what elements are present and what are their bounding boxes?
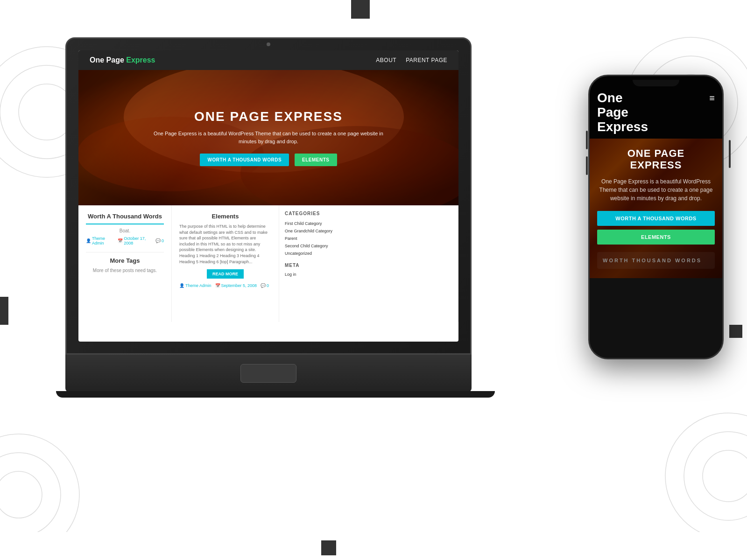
square-bottom-decoration [321,540,336,555]
logo-express: Express [126,56,155,64]
laptop-webcam [267,42,270,46]
phone-hero-content: ONE PAGEEXPRESS One Page Express is a be… [597,148,715,244]
comment-icon-2: 💬 [261,283,266,288]
hero-content: ONE PAGE EXPRESS One Page Express is a b… [133,109,404,166]
square-right-decoration [729,325,742,338]
laptop-hero: ONE PAGE EXPRESS One Page Express is a b… [78,70,458,205]
hero-title: ONE PAGE EXPRESS [152,109,385,124]
nav-parent-page[interactable]: PARENT PAGE [406,57,447,63]
more-tags-desc: More of these posts need tags. [86,268,164,273]
post-card-elements: Elements The purpose of this HTML is to … [172,205,279,322]
meta-login[interactable]: Log in [285,271,452,278]
phone-hero: ONE PAGEEXPRESS One Page Express is a be… [590,139,722,278]
worth-thousand-words-button[interactable]: WORTH A THOUSAND WORDS [200,154,289,166]
read-more-button[interactable]: READ MORE [207,269,244,279]
post-card-worth-thousand-words: Worth A Thousand Words Boat. 👤 Theme Adm… [78,205,172,322]
laptop-nav-links: ABOUT PARENT PAGE [376,57,447,63]
svg-point-7 [0,453,61,532]
person-icon-2: 👤 [179,283,184,288]
phone-device: One Page Express ≡ ONE PAGEEXPRESS One P… [588,75,728,364]
laptop-content-area: Worth A Thousand Words Boat. 👤 Theme Adm… [78,205,458,322]
post1-date: 📅 October 17, 2008 [118,236,152,245]
svg-point-6 [0,471,42,518]
phone-hero-subtitle: One Page Express is a beautiful WordPres… [597,177,715,203]
hero-subtitle: One Page Express is a beautiful WordPres… [152,130,385,145]
laptop-screen: One Page Express ABOUT PARENT PAGE [78,50,458,342]
hamburger-menu-icon[interactable]: ≡ [709,93,715,104]
post2-author: 👤 Theme Admin [179,283,211,288]
laptop-body: One Page Express ABOUT PARENT PAGE [65,37,472,355]
calendar-icon-2: 📅 [215,283,220,288]
laptop-base [65,355,472,392]
laptop-site-nav: One Page Express ABOUT PARENT PAGE [78,50,458,70]
phone-worth-thousand-words-button[interactable]: WORTH A THOUSAND WORDS [597,211,715,226]
post1-meta: 👤 Theme Admin 📅 October 17, 2008 💬 0 [86,236,164,245]
more-tags-title: More Tags [86,257,164,264]
nav-about[interactable]: ABOUT [376,57,396,63]
more-tags-section: More Tags More of these posts need tags. [86,252,164,273]
main-container: One Page Express ABOUT PARENT PAGE [65,37,691,504]
square-top-decoration [351,0,370,19]
svg-point-10 [684,432,747,520]
laptop-trackpad [240,364,296,383]
elements-button[interactable]: ELEMENTS [295,154,337,166]
category-second-child[interactable]: Second Child Category [285,242,452,250]
post2-comments: 💬 0 [261,283,269,288]
person-icon: 👤 [86,238,91,243]
category-grandchild[interactable]: One Grandchild Category [285,227,452,235]
post1-comments: 💬 0 [155,238,164,243]
post1-divider [86,224,164,224]
phone-side-button-left2 [586,156,588,175]
category-parent[interactable]: Parent [285,235,452,242]
post2-date: 📅 September 5, 2008 [215,283,257,288]
comment-icon: 💬 [155,238,161,243]
phone-body: One Page Express ≡ ONE PAGEEXPRESS One P… [588,75,724,359]
phone-notch [633,80,679,86]
post1-author: 👤 Theme Admin [86,236,114,245]
phone-elements-button[interactable]: ELEMENTS [597,230,715,245]
category-uncategorized[interactable]: Uncategorized [285,250,452,257]
post2-body: The purpose of this HTML is to help dete… [179,224,271,265]
laptop-device: One Page Express ABOUT PARENT PAGE [65,37,486,392]
post2-title: Elements [179,213,271,220]
square-left-decoration [0,297,8,325]
post2-meta: 👤 Theme Admin 📅 September 5, 2008 💬 0 [179,283,271,288]
site-sidebar: CATEGORIES First Child Category One Gran… [279,205,458,322]
phone-side-button-left [586,131,588,149]
categories-title: CATEGORIES [285,211,452,216]
category-first-child[interactable]: First Child Category [285,220,452,227]
phone-hero-title: ONE PAGEEXPRESS [597,148,715,170]
laptop-site-logo: One Page Express [90,56,155,64]
phone-logo: One Page Express [597,91,648,134]
post1-boat: Boat. [86,228,164,233]
hero-buttons: WORTH A THOUSAND WORDS ELEMENTS [152,154,385,166]
laptop-bottom-edge [56,391,495,398]
meta-title: META [285,263,452,268]
calendar-icon: 📅 [118,238,123,243]
logo-one: One Page [90,56,126,64]
phone-screen: One Page Express ≡ ONE PAGEEXPRESS One P… [590,76,722,358]
svg-point-9 [703,450,747,502]
phone-side-button-right [729,140,731,168]
post1-title: Worth A Thousand Words [86,213,164,220]
